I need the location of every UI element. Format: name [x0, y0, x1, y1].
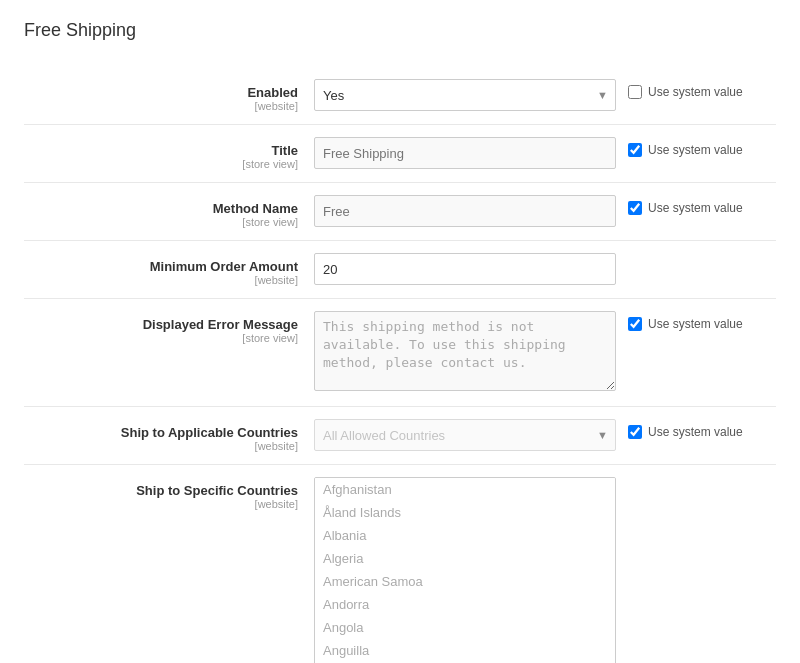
ship-to-applicable-countries-control: Use system value — [616, 419, 776, 439]
label-ship-to-applicable-countries: Ship to Applicable Countries [website] — [24, 419, 314, 452]
title-control: Use system value — [616, 137, 776, 157]
label-enabled: Enabled [website] — [24, 79, 314, 112]
ship-to-applicable-countries-select[interactable]: All Allowed Countries Specific Countries — [314, 419, 616, 451]
enabled-use-system-checkbox[interactable] — [628, 85, 642, 99]
input-cell-enabled: Yes No ▼ — [314, 79, 616, 111]
enabled-use-system-label[interactable]: Use system value — [628, 85, 743, 99]
label-title: Title [store view] — [24, 137, 314, 170]
field-displayed-error-message: Displayed Error Message [store view] Thi… — [24, 303, 776, 402]
method-name-control: Use system value — [616, 195, 776, 215]
ship-to-applicable-countries-use-system-checkbox[interactable] — [628, 425, 642, 439]
list-item[interactable]: Angola — [315, 616, 615, 639]
field-ship-to-specific-countries: Ship to Specific Countries [website] Afg… — [24, 469, 776, 663]
method-name-input[interactable] — [314, 195, 616, 227]
method-name-use-system-label[interactable]: Use system value — [628, 201, 743, 215]
page-title: Free Shipping — [24, 20, 776, 51]
field-title: Title [store view] Use system value — [24, 129, 776, 178]
input-cell-minimum-order-amount — [314, 253, 616, 285]
label-displayed-error-message: Displayed Error Message [store view] — [24, 311, 314, 344]
minimum-order-amount-input[interactable] — [314, 253, 616, 285]
input-cell-title — [314, 137, 616, 169]
minimum-order-amount-control — [616, 253, 776, 259]
field-enabled: Enabled [website] Yes No ▼ Use system va… — [24, 71, 776, 120]
ship-to-specific-countries-control — [616, 477, 776, 483]
list-item[interactable]: Anguilla — [315, 639, 615, 662]
list-item[interactable]: Albania — [315, 524, 615, 547]
label-ship-to-specific-countries: Ship to Specific Countries [website] — [24, 477, 314, 510]
enabled-select-wrapper: Yes No ▼ — [314, 79, 616, 111]
title-use-system-checkbox[interactable] — [628, 143, 642, 157]
displayed-error-message-use-system-checkbox[interactable] — [628, 317, 642, 331]
list-item[interactable]: Andorra — [315, 593, 615, 616]
ship-to-applicable-countries-use-system-label[interactable]: Use system value — [628, 425, 743, 439]
input-cell-ship-to-applicable-countries: All Allowed Countries Specific Countries… — [314, 419, 616, 451]
displayed-error-message-textarea[interactable]: This shipping method is not available. T… — [314, 311, 616, 391]
input-cell-method-name — [314, 195, 616, 227]
ship-to-applicable-countries-select-wrapper: All Allowed Countries Specific Countries… — [314, 419, 616, 451]
field-ship-to-applicable-countries: Ship to Applicable Countries [website] A… — [24, 411, 776, 460]
ship-to-specific-countries-listbox[interactable]: AfghanistanÅland IslandsAlbaniaAlgeriaAm… — [314, 477, 616, 663]
title-input[interactable] — [314, 137, 616, 169]
enabled-select[interactable]: Yes No — [314, 79, 616, 111]
label-minimum-order-amount: Minimum Order Amount [website] — [24, 253, 314, 286]
displayed-error-message-control: Use system value — [616, 311, 776, 331]
field-minimum-order-amount: Minimum Order Amount [website] — [24, 245, 776, 294]
enabled-control: Use system value — [616, 79, 776, 99]
label-method-name: Method Name [store view] — [24, 195, 314, 228]
list-item[interactable]: American Samoa — [315, 570, 615, 593]
list-item[interactable]: Algeria — [315, 547, 615, 570]
input-cell-displayed-error-message: This shipping method is not available. T… — [314, 311, 616, 394]
title-use-system-label[interactable]: Use system value — [628, 143, 743, 157]
field-method-name: Method Name [store view] Use system valu… — [24, 187, 776, 236]
list-item[interactable]: Afghanistan — [315, 478, 615, 501]
page-wrapper: Free Shipping Enabled [website] Yes No ▼… — [0, 0, 800, 663]
displayed-error-message-use-system-label[interactable]: Use system value — [628, 317, 743, 331]
method-name-use-system-checkbox[interactable] — [628, 201, 642, 215]
input-cell-ship-to-specific-countries: AfghanistanÅland IslandsAlbaniaAlgeriaAm… — [314, 477, 616, 663]
list-item[interactable]: Åland Islands — [315, 501, 615, 524]
